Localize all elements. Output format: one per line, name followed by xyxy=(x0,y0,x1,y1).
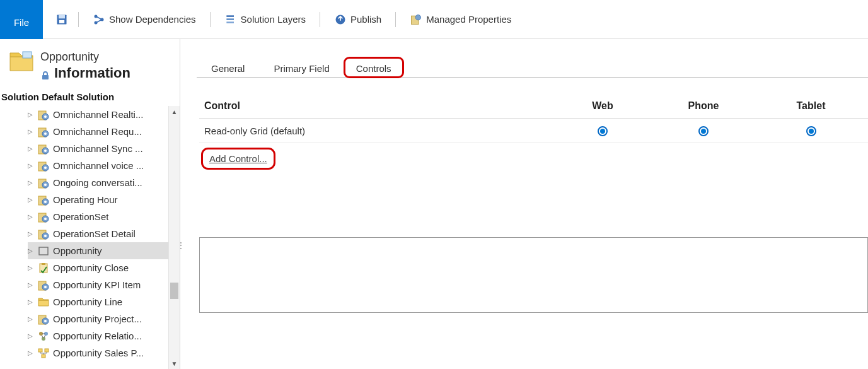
main-content: GeneralPrimary FieldControls Control Web… xyxy=(180,39,868,369)
tree-node[interactable]: ▷Opportunity xyxy=(28,242,168,259)
radio-cell-phone xyxy=(653,119,754,143)
scroll-down-icon[interactable]: ▼ xyxy=(169,358,180,369)
gear-icon xyxy=(38,194,49,206)
expander-icon[interactable]: ▷ xyxy=(28,162,34,169)
tree-node[interactable]: ▷Operating Hour xyxy=(28,191,168,208)
solution-tree: ▷Omnichannel Realti...▷Omnichannel Requ.… xyxy=(3,106,180,361)
svg-rect-7 xyxy=(226,18,234,20)
tree-node[interactable]: ▷OperationSet Detail xyxy=(28,225,168,242)
expander-icon[interactable]: ▷ xyxy=(28,128,34,135)
svg-point-22 xyxy=(44,149,47,152)
radio-cell-web xyxy=(552,119,653,143)
tree-node-label: OperationSet Detail xyxy=(53,228,136,239)
expander-icon[interactable]: ▷ xyxy=(28,196,34,203)
properties-icon xyxy=(410,13,422,26)
separator xyxy=(210,12,211,27)
show-dependencies-button[interactable]: Show Dependencies xyxy=(89,11,200,28)
process-icon xyxy=(38,348,49,359)
expander-icon[interactable]: ▷ xyxy=(28,230,34,237)
col-web-header: Web xyxy=(552,94,653,119)
tree-node-label: Omnichannel Requ... xyxy=(53,126,142,137)
svg-rect-13 xyxy=(42,75,49,79)
tree-node[interactable]: ▷Opportunity Close xyxy=(28,259,168,276)
gear-icon xyxy=(38,143,49,155)
tree-node-label: Opportunity Close xyxy=(53,262,129,273)
panel-resize-handle[interactable]: ⋮ xyxy=(177,241,182,255)
tree-node[interactable]: ▷Opportunity Sales P... xyxy=(28,344,168,361)
tree-node[interactable]: ▷OperationSet xyxy=(28,208,168,225)
gear-icon xyxy=(38,313,49,325)
svg-point-34 xyxy=(44,218,47,220)
gear-icon xyxy=(38,177,49,189)
tab-controls[interactable]: Controls xyxy=(344,57,403,78)
ribbon-label: Show Dependencies xyxy=(109,14,196,25)
scroll-up-icon[interactable]: ▲ xyxy=(169,106,180,117)
tree-node[interactable]: ▷Omnichannel Requ... xyxy=(28,123,168,140)
entity-name: Opportunity xyxy=(40,50,130,64)
tree-node-label: OperationSet xyxy=(53,211,108,222)
tree-scrollbar[interactable]: ▲ ▼ xyxy=(168,106,180,369)
expander-icon[interactable]: ▷ xyxy=(28,111,34,118)
ribbon-items: Show Dependencies Solution Layers Publis… xyxy=(43,11,515,28)
radio-web[interactable] xyxy=(598,126,608,136)
tree-node[interactable]: ▷Opportunity KPI Item xyxy=(28,276,168,293)
expander-icon[interactable]: ▷ xyxy=(28,145,34,152)
svg-point-43 xyxy=(44,286,47,288)
tree-node[interactable]: ▷Omnichannel Realti... xyxy=(28,106,168,123)
tab-general[interactable]: General xyxy=(197,57,259,78)
tree-node-label: Opportunity Sales P... xyxy=(53,348,144,358)
file-menu-button[interactable]: File xyxy=(0,0,43,39)
svg-rect-51 xyxy=(45,349,49,352)
expander-icon[interactable]: ▷ xyxy=(28,298,34,305)
svg-rect-40 xyxy=(42,263,45,265)
svg-rect-52 xyxy=(42,354,45,358)
tree-node[interactable]: ▷Opportunity Project... xyxy=(28,310,168,327)
save-icon[interactable] xyxy=(55,13,68,26)
tree-node[interactable]: ▷Opportunity Relatio... xyxy=(28,327,168,344)
publish-button[interactable]: Publish xyxy=(330,11,385,28)
tree-node-label: Omnichannel voice ... xyxy=(53,160,144,171)
tree-node-label: Opportunity Relatio... xyxy=(53,331,142,341)
tree-node-label: Opportunity KPI Item xyxy=(53,279,141,290)
add-control-link[interactable]: Add Control... xyxy=(203,149,274,168)
tree-node-label: Omnichannel Sync ... xyxy=(53,143,143,154)
col-tablet-header: Tablet xyxy=(754,94,868,119)
scroll-thumb[interactable] xyxy=(170,283,178,299)
lock-icon xyxy=(40,68,50,78)
expander-icon[interactable]: ▷ xyxy=(28,213,34,220)
left-navigation-panel: Opportunity Information Solution Default… xyxy=(0,39,180,369)
svg-rect-1 xyxy=(59,15,65,18)
publish-icon xyxy=(334,13,347,26)
svg-rect-12 xyxy=(23,52,32,58)
separator xyxy=(395,12,396,27)
expander-icon[interactable]: ▷ xyxy=(28,332,34,339)
controls-table: Control Web Phone Tablet Read-only Grid … xyxy=(199,94,868,143)
table-row[interactable]: Read-only Grid (default) xyxy=(199,119,868,143)
tree-node[interactable]: ▷Ongoing conversati... xyxy=(28,174,168,191)
managed-properties-button[interactable]: Managed Properties xyxy=(406,11,515,28)
expander-icon[interactable]: ▷ xyxy=(28,179,34,186)
tab-primary-field[interactable]: Primary Field xyxy=(259,57,344,78)
expander-icon[interactable]: ▷ xyxy=(28,349,34,356)
svg-point-25 xyxy=(44,167,47,169)
tree-node[interactable]: ▷Omnichannel voice ... xyxy=(28,157,168,174)
expander-icon[interactable]: ▷ xyxy=(28,247,34,254)
tree-node-label: Omnichannel Realti... xyxy=(53,109,143,120)
solution-layers-button[interactable]: Solution Layers xyxy=(221,11,310,28)
svg-rect-2 xyxy=(59,20,64,23)
expander-icon[interactable]: ▷ xyxy=(28,315,34,322)
separator xyxy=(78,12,79,27)
svg-rect-8 xyxy=(226,21,234,23)
tree-node[interactable]: ▷Opportunity Line xyxy=(28,293,168,310)
tree-node[interactable]: ▷Omnichannel Sync ... xyxy=(28,140,168,157)
radio-phone[interactable] xyxy=(698,126,709,136)
tree-node-label: Operating Hour xyxy=(53,194,118,205)
radio-tablet[interactable] xyxy=(806,126,816,136)
svg-rect-6 xyxy=(226,15,234,17)
svg-rect-38 xyxy=(39,247,48,255)
expander-icon[interactable]: ▷ xyxy=(28,264,34,271)
expander-icon[interactable]: ▷ xyxy=(28,281,34,288)
clipboard-icon xyxy=(38,262,49,274)
gear-icon xyxy=(38,279,49,291)
gear-icon xyxy=(38,109,49,120)
